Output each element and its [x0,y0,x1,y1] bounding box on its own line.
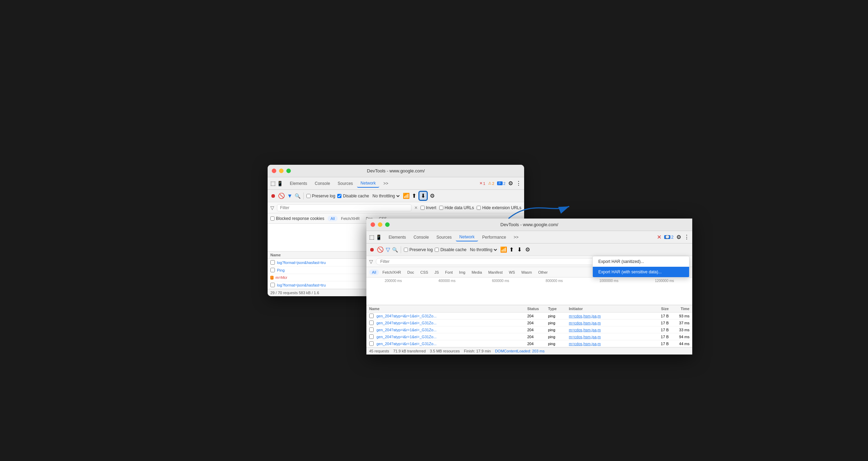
row-initiator-fg-0[interactable]: m=cdos,hsm,jsa,m [569,314,648,318]
hide-ext-bg[interactable]: Hide extension URLs [477,205,521,210]
filter-icon-bg[interactable]: ▼ [287,193,293,199]
filter-tab-font-fg[interactable]: Font [442,270,455,275]
row-time-fg-2: 33 ms [669,328,689,332]
blocked-checkbox-bg[interactable] [270,216,275,221]
table-row[interactable]: gen_204?atyp=i&r=1&ei=_G31Zo... 204 ping… [366,319,692,326]
preserve-log-bg[interactable]: Preserve log [306,194,335,198]
clear-log-bg[interactable]: 🚫 [278,193,285,199]
table-row[interactable]: gen_204?atyp=i&r=1&ei=_G31Zo... 204 ping… [366,333,692,340]
disable-cache-bg[interactable]: Disable cache [337,194,369,198]
clear-log-fg[interactable]: 🚫 [377,246,384,253]
download-icon-bg[interactable]: ⬇ [418,191,428,201]
upload-icon-bg[interactable]: ⬆ [412,193,416,199]
table-row[interactable]: gen_204?atyp=i&r=1&ei=_G31Zo... 204 ping… [366,340,692,347]
row-check-fg-1[interactable] [369,321,374,325]
stop-recording-bg[interactable]: ⏺ [270,193,276,199]
row-checkbox-bg-3[interactable] [270,283,275,287]
minimize-button-fg[interactable] [378,222,382,227]
maximize-button-fg[interactable] [385,222,390,227]
close-button-fg[interactable] [371,222,375,227]
table-row[interactable]: gen_204?atyp=i&r=1&ei=_G31Zo... 204 ping… [366,326,692,333]
row-initiator-fg-2[interactable]: m=cdos,hsm,jsa,m [569,328,648,332]
table-row[interactable]: gen_204?atyp=i&r=1&ei=_G31Zo... 204 ping… [366,313,692,319]
filter-input-bg[interactable] [277,204,411,211]
filter-tab-wasm-fg[interactable]: Wasm [519,270,535,275]
row-type-fg-3: ping [548,335,569,339]
close-button-bg[interactable] [272,169,276,173]
filter-tab-media-fg[interactable]: Media [469,270,485,275]
tab-console-bg[interactable]: Console [311,180,333,187]
settings2-icon-bg[interactable]: ⚙ [430,193,435,199]
tab-elements-bg[interactable]: Elements [286,180,311,187]
hide-ext-checkbox-bg[interactable] [477,206,481,210]
filter-tab-fetch-fg[interactable]: Fetch/XHR [380,270,404,275]
row-checkbox-bg-1[interactable] [270,268,275,272]
tab-network-fg[interactable]: Network [456,233,478,241]
inspect-icon-fg[interactable]: ⬚ [369,234,374,240]
settings-icon-fg[interactable]: ⚙ [676,234,681,240]
filter-tab-other-fg[interactable]: Other [535,270,550,275]
wifi-icon-bg: 📶 [403,193,410,199]
minimize-button-bg[interactable] [279,169,284,173]
throttle-select-bg[interactable]: No throttling [371,193,401,199]
tab-elements-fg[interactable]: Elements [385,233,409,241]
tab-sources-bg[interactable]: Sources [334,180,356,187]
tab-more-fg[interactable]: >> [510,233,522,241]
inspect-icon-bg[interactable]: ⬚ [270,180,276,187]
settings2-icon-fg[interactable]: ⚙ [525,246,530,253]
preserve-log-checkbox-fg[interactable] [404,248,408,252]
download-icon-fg[interactable]: ⬇ [516,246,523,254]
row-check-fg-3[interactable] [369,334,374,339]
device-icon-bg[interactable]: 📱 [277,181,283,186]
filter-tab-all-bg[interactable]: All [328,216,337,221]
error-icon-fg[interactable]: ✕ [657,234,661,240]
settings-icon-bg[interactable]: ⚙ [508,180,513,187]
maximize-button-bg[interactable] [286,169,291,173]
hide-data-checkbox-bg[interactable] [439,206,443,210]
search-icon-bg[interactable]: 🔍 [295,193,301,199]
disable-cache-checkbox-bg[interactable] [337,194,341,198]
filter-tab-all-fg[interactable]: All [369,270,379,275]
row-check-fg-4[interactable] [369,341,374,346]
row-initiator-fg-3[interactable]: m=cdos,hsm,jsa,m [569,335,648,339]
throttle-select-fg[interactable]: No throttling [469,247,498,253]
tab-more-bg[interactable]: >> [380,180,392,187]
filter-tab-fetch-bg[interactable]: Fetch/XHR [338,216,363,221]
more-icon-fg[interactable]: ⋮ [684,234,689,240]
device-icon-fg[interactable]: 📱 [376,234,382,240]
filter-tab-ws-fg[interactable]: WS [506,270,518,275]
filter-tab-js-fg[interactable]: JS [432,270,442,275]
row-check-fg-2[interactable] [369,327,374,332]
search-icon-fg[interactable]: 🔍 [392,247,398,253]
invert-bg[interactable]: Invert [420,205,436,210]
disable-cache-checkbox-fg[interactable] [435,248,439,252]
row-checkbox-bg-0[interactable] [270,260,275,265]
preserve-log-checkbox-bg[interactable] [306,194,311,198]
filter-tab-manifest-fg[interactable]: Manifest [485,270,505,275]
upload-icon-fg[interactable]: ⬆ [509,246,514,253]
hide-data-bg[interactable]: Hide data URLs [439,205,474,210]
tab-sources-fg[interactable]: Sources [433,233,455,241]
filter-icon-fg[interactable]: ▽ [386,246,390,253]
filter-bar-bg: ▽ ✕ Invert Hide data URLs Hide extension… [268,202,524,213]
info-count-bg: 🏳 2 [497,181,505,186]
invert-checkbox-bg[interactable] [420,206,425,210]
blocked-cookies-bg[interactable]: Blocked response cookies [270,216,324,221]
row-initiator-fg-1[interactable]: m=cdos,hsm,jsa,m [569,321,648,325]
disable-cache-fg[interactable]: Disable cache [435,247,466,252]
stop-recording-fg[interactable]: ⏺ [369,247,375,253]
preserve-log-fg[interactable]: Preserve log [404,247,433,252]
row-name-fg-1: gen_204?atyp=i&r=1&ei=_G31Zo... [376,321,436,325]
clear-filter-bg[interactable]: ✕ [414,205,418,210]
row-initiator-fg-4[interactable]: m=cdos,hsm,jsa,m [569,342,648,346]
tab-performance-fg[interactable]: Performance [479,233,510,241]
tab-console-fg[interactable]: Console [410,233,432,241]
export-har-sanitized[interactable]: Export HAR (sanitized)... [593,256,689,267]
row-check-fg-0[interactable] [369,314,374,318]
filter-tab-css-fg[interactable]: CSS [418,270,431,275]
tab-network-bg[interactable]: Network [357,179,379,188]
export-har-sensitive[interactable]: Export HAR (with sensitive data)... [593,267,689,277]
more-icon-bg[interactable]: ⋮ [516,180,521,187]
filter-tab-doc-fg[interactable]: Doc [405,270,417,275]
filter-tab-img-fg[interactable]: Img [456,270,468,275]
